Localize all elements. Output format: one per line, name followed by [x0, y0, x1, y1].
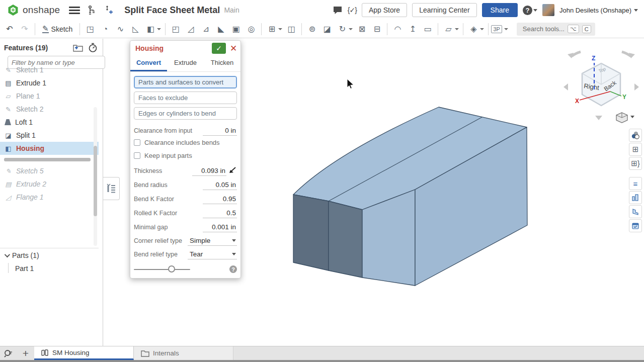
- draft-icon[interactable]: ⊿: [198, 22, 213, 36]
- faces-to-exclude-selector[interactable]: Faces to exclude: [134, 92, 237, 104]
- bracket-part-panel-icon[interactable]: [629, 205, 642, 218]
- clearance-input[interactable]: 0 in: [203, 127, 237, 136]
- checkbox-icon: [134, 152, 140, 159]
- corner-relief-dropdown[interactable]: Simple: [188, 237, 237, 246]
- tab-convert[interactable]: Convert: [130, 56, 167, 71]
- slider-thumb[interactable]: [168, 265, 175, 273]
- sheet-metal-bend-icon[interactable]: ◠: [390, 22, 405, 36]
- mate-connector-3p-icon[interactable]: 3P: [491, 25, 502, 33]
- app-store-button[interactable]: App Store: [362, 3, 407, 17]
- thickness-input[interactable]: 0.093 in: [192, 167, 226, 176]
- onshape-logo[interactable]: onshape: [7, 4, 60, 16]
- feature-toolbar: ↶ ↷ ✎ Sketch ◳ ◔ ∿ ◺ ◧ ◰ ◿ ⊿ ◣ ▣ ◎ ⊞ ◫ ⊚…: [0, 20, 644, 38]
- view-cube[interactable]: Right Back Top X Y Z: [564, 52, 639, 123]
- parts-list-panel-icon[interactable]: [629, 191, 642, 204]
- revolve-icon[interactable]: ◔: [98, 22, 113, 36]
- loft-icon[interactable]: ◺: [128, 22, 143, 36]
- linear-pattern-icon[interactable]: ⊞: [264, 22, 279, 36]
- rotate-arrow-bottom[interactable]: [595, 116, 602, 120]
- help-menu[interactable]: ?: [523, 6, 537, 15]
- graphics-viewport[interactable]: Right Back Top X Y Z: [0, 38, 644, 346]
- undo-icon[interactable]: ↶: [2, 22, 17, 36]
- search-tools[interactable]: Search tools... ⌥ C: [517, 23, 595, 36]
- chevron-down-icon[interactable]: [455, 28, 459, 30]
- share-button[interactable]: Share: [482, 3, 518, 17]
- avatar[interactable]: [542, 4, 554, 16]
- dialog-help-icon[interactable]: ?: [229, 265, 237, 273]
- extrude-icon[interactable]: ◳: [83, 22, 98, 36]
- learning-center-button[interactable]: Learning Center: [412, 3, 476, 17]
- accept-button[interactable]: ✓: [212, 43, 226, 54]
- tab-extrude[interactable]: Extrude: [167, 56, 204, 71]
- plane-icon[interactable]: ▱: [441, 22, 456, 36]
- edges-to-bend-selector[interactable]: Edges or cylinders to bend: [134, 107, 237, 120]
- bend-radius-row: Bend radius 0.05 in: [134, 177, 237, 190]
- minimal-gap-row: Minimal gap 0.001 in: [134, 219, 237, 232]
- boolean-icon[interactable]: ⊚: [304, 22, 319, 36]
- parts-to-convert-selector[interactable]: Parts and surfaces to convert: [134, 76, 237, 88]
- bend-k-input[interactable]: 0.95: [203, 195, 237, 204]
- mirror-icon[interactable]: ◫: [284, 22, 299, 36]
- shell-icon[interactable]: ▣: [228, 22, 244, 36]
- tab-sm-housing[interactable]: SM Housing: [34, 346, 134, 360]
- clearance-includes-bends-checkbox[interactable]: Clearance includes bends: [134, 136, 237, 149]
- add-tab-icon[interactable]: +: [17, 346, 34, 360]
- redo-icon[interactable]: ↷: [17, 22, 32, 36]
- flange-icon[interactable]: ◣: [213, 22, 228, 36]
- delete-part-icon[interactable]: ⊟: [369, 22, 384, 36]
- release-status-panel-icon[interactable]: [629, 219, 642, 232]
- chevron-down-icon[interactable]: [349, 28, 353, 30]
- bottom-scroll-strip[interactable]: [0, 360, 644, 362]
- housing-feature-dialog: Housing ✓ ✕ Convert Extrude Thicken Part…: [130, 40, 241, 279]
- checkbox-icon: [134, 139, 140, 146]
- custom-tables-icon[interactable]: ⊞}: [629, 157, 642, 170]
- chevron-down-icon[interactable]: [278, 28, 282, 30]
- tab-thicken[interactable]: Thicken: [204, 56, 240, 71]
- chevron-down-icon[interactable]: [504, 28, 508, 30]
- sketch-button[interactable]: ✎ Sketch: [38, 23, 77, 35]
- cancel-button[interactable]: ✕: [228, 43, 238, 54]
- user-menu[interactable]: John Desilets (Onshape): [559, 7, 638, 14]
- fillet-icon[interactable]: ◰: [168, 22, 183, 36]
- sheet-metal-unfold-icon[interactable]: ↥: [405, 22, 420, 36]
- tab-internals[interactable]: Internals: [134, 346, 233, 360]
- create-version-icon[interactable]: [104, 5, 113, 16]
- rolled-k-input[interactable]: 0.5: [203, 209, 237, 218]
- opacity-slider[interactable]: [134, 269, 190, 270]
- sweep-icon[interactable]: ∿: [113, 22, 128, 36]
- thicken-icon[interactable]: ◧: [143, 22, 158, 36]
- split-icon[interactable]: ◪: [319, 22, 335, 36]
- rotate-arrow-right[interactable]: [634, 83, 639, 90]
- configurations-icon[interactable]: ⊞: [629, 143, 642, 156]
- chevron-down-icon[interactable]: [480, 28, 484, 30]
- rotate-arrow-left[interactable]: [564, 83, 568, 90]
- named-views-icon[interactable]: ◈: [466, 22, 481, 36]
- keep-input-parts-checkbox[interactable]: Keep input parts: [134, 149, 237, 162]
- part-face-front-left[interactable]: [293, 195, 329, 270]
- bend-radius-input[interactable]: 0.05 in: [203, 181, 237, 190]
- chevron-down-icon[interactable]: [157, 28, 161, 30]
- document-header: onshape Split Face Sheet Metal Main {✓} …: [0, 0, 644, 20]
- part-housing[interactable]: [293, 107, 527, 286]
- workspace-name[interactable]: Main: [224, 6, 239, 14]
- sheet-metal-flatten-icon[interactable]: ▭: [420, 22, 435, 36]
- transform-icon[interactable]: ↻: [335, 22, 350, 36]
- document-title[interactable]: Split Face Sheet Metal: [124, 5, 220, 16]
- minimal-gap-input[interactable]: 0.001 in: [203, 223, 237, 232]
- featurescript-icon[interactable]: {✓}: [348, 6, 357, 14]
- part-face-front-mid[interactable]: [329, 201, 362, 278]
- comment-icon[interactable]: [333, 5, 343, 15]
- right-panel-rail: ⊞ ⊞} ≡: [629, 129, 643, 232]
- versions-icon[interactable]: [87, 5, 97, 15]
- appearance-icon[interactable]: [629, 129, 642, 142]
- bend-relief-dropdown[interactable]: Tear: [188, 250, 237, 259]
- delete-face-icon[interactable]: ⊠: [354, 22, 369, 36]
- tab-search-icon[interactable]: [0, 346, 17, 360]
- chamfer-icon[interactable]: ◿: [183, 22, 198, 36]
- main-menu-icon[interactable]: [69, 5, 80, 16]
- dialog-header[interactable]: Housing ✓ ✕: [130, 41, 240, 55]
- flip-direction-icon[interactable]: [228, 166, 237, 175]
- hole-icon[interactable]: ◎: [244, 22, 259, 36]
- comments-panel-icon[interactable]: ≡: [629, 177, 642, 190]
- view-options-button[interactable]: [616, 113, 634, 123]
